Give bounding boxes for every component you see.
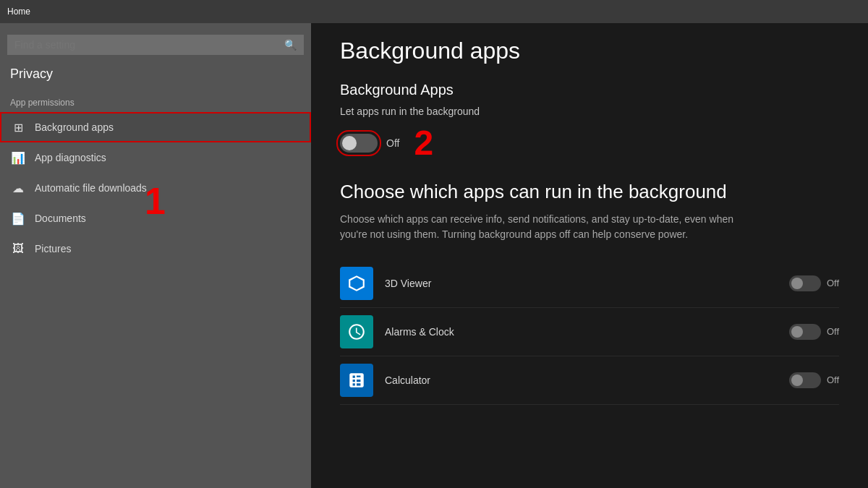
toggle-knob [342,136,357,150]
automatic-file-downloads-label: Automatic file downloads [35,182,147,194]
search-box[interactable]: 🔍 [7,35,304,55]
sidebar-item-automatic-file-downloads[interactable]: ☁ Automatic file downloads [0,173,311,203]
app-toggle-label-3d-viewer: Off [827,278,839,288]
pictures-label: Pictures [35,243,72,254]
toggle-off-label: Off [386,137,399,149]
privacy-label: Privacy [0,64,311,93]
small-toggle-knob-2 [791,326,803,338]
section1-header: Background Apps [340,82,839,98]
app-toggle-area-3d-viewer: Off [789,275,839,291]
app-toggle-area-calculator: Off [789,372,839,388]
small-toggle-knob [791,278,803,289]
main-panel: Background apps Background Apps Let apps… [311,23,868,488]
app-row-3d-viewer: 3D Viewer Off [340,260,839,308]
app-diagnostics-icon: 📊 [10,150,26,166]
app-toggle-3d-viewer[interactable] [789,275,821,291]
sidebar-item-documents[interactable]: 📄 Documents [0,203,311,234]
sidebar-item-pictures[interactable]: 🖼 Pictures [0,234,311,264]
search-container: 🔍 [0,29,311,64]
toggle-wrapper[interactable] [340,134,378,153]
step2-number: 2 [414,123,433,163]
app-toggle-alarms-clock[interactable] [789,324,821,340]
documents-label: Documents [35,213,86,224]
app-row-alarms-clock: Alarms & Clock Off [340,308,839,356]
content-area: 🔍 Privacy App permissions ⊞ Background a… [0,23,868,488]
sidebar-item-app-diagnostics[interactable]: 📊 App diagnostics [0,142,311,173]
app-diagnostics-label: App diagnostics [35,152,106,163]
small-toggle-knob-3 [791,374,803,386]
app-icon-calculator [340,364,373,397]
background-apps-toggle[interactable] [340,134,378,153]
let-apps-label: Let apps run in the background [340,106,839,117]
pictures-icon: 🖼 [10,241,26,257]
app-name-3d-viewer: 3D Viewer [385,278,789,289]
sidebar: 🔍 Privacy App permissions ⊞ Background a… [0,23,311,488]
app-toggle-calculator[interactable] [789,372,821,388]
app-toggle-label-calculator: Off [827,374,839,385]
search-icon: 🔍 [284,39,297,51]
app-icon-alarms-clock [340,315,373,348]
background-apps-icon: ⊞ [10,119,26,135]
choose-title: Choose which apps can run in the backgro… [340,180,839,205]
top-bar: Home [0,0,868,23]
app-toggle-label-alarms-clock: Off [827,326,839,337]
app-toggle-area-alarms-clock: Off [789,324,839,340]
app-permissions-label: App permissions [0,93,311,112]
automatic-file-downloads-icon: ☁ [10,180,26,196]
toggle-row: Off 2 [340,123,839,163]
page-title: Background apps [340,38,839,64]
app-icon-3d-viewer [340,267,373,300]
background-apps-label: Background apps [35,121,114,133]
description-text: Choose which apps can receive info, send… [340,212,760,242]
app-row-calculator: Calculator Off [340,356,839,405]
sidebar-item-background-apps[interactable]: ⊞ Background apps [0,112,311,142]
documents-icon: 📄 [10,210,26,226]
app-name-calculator: Calculator [385,374,789,386]
app-name-alarms-clock: Alarms & Clock [385,326,789,338]
app-list: 3D Viewer Off Alarms & Clock [340,260,839,405]
search-input[interactable] [14,39,281,51]
top-bar-title: Home [7,7,30,17]
